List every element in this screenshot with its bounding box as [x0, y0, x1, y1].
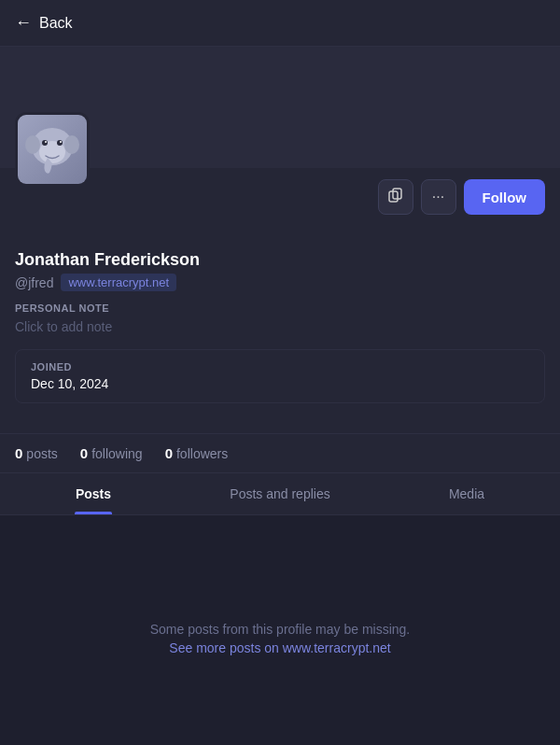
- more-options-icon: ···: [432, 189, 444, 205]
- top-nav: ← Back: [0, 0, 560, 47]
- personal-note-label: PERSONAL NOTE: [15, 302, 545, 314]
- joined-date: Dec 10, 2024: [31, 376, 529, 391]
- personal-note-input[interactable]: Click to add note: [15, 319, 545, 334]
- tab-posts-replies[interactable]: Posts and replies: [187, 473, 373, 514]
- following-label: following: [91, 446, 142, 461]
- copy-button[interactable]: [378, 179, 413, 215]
- see-more-link[interactable]: www.terracrypt.net: [283, 640, 391, 655]
- following-count: 0: [80, 445, 88, 461]
- website-link[interactable]: www.terracrypt.net: [61, 274, 176, 291]
- more-options-button[interactable]: ···: [421, 179, 456, 215]
- posts-label: posts: [26, 446, 57, 461]
- see-more-prefix: See more posts on: [169, 640, 282, 655]
- avatar-image: [18, 115, 87, 184]
- see-more-row: See more posts on www.terracrypt.net: [169, 640, 390, 655]
- tabs-container: Posts Posts and replies Media: [0, 473, 560, 515]
- joined-card: JOINED Dec 10, 2024: [15, 349, 545, 403]
- stats-row: 0 posts 0 following 0 followers: [0, 433, 560, 473]
- followers-count: 0: [165, 445, 173, 461]
- profile-section: ··· Follow Jonathan Frederickson @jfred …: [0, 168, 560, 433]
- username-row: @jfred www.terracrypt.net: [15, 274, 545, 291]
- display-name: Jonathan Frederickson: [15, 250, 545, 270]
- tab-media[interactable]: Media: [373, 473, 560, 514]
- following-stat[interactable]: 0 following: [80, 445, 143, 461]
- svg-point-4: [42, 140, 48, 146]
- svg-point-2: [64, 135, 79, 154]
- svg-point-6: [45, 141, 47, 143]
- followers-label: followers: [176, 446, 228, 461]
- svg-point-7: [60, 141, 62, 143]
- svg-point-5: [57, 140, 63, 146]
- content-area: Some posts from this profile may be miss…: [0, 515, 560, 683]
- profile-actions: ··· Follow: [15, 168, 545, 226]
- svg-point-1: [25, 135, 40, 154]
- missing-posts-notice: Some posts from this profile may be miss…: [150, 622, 411, 637]
- tab-posts[interactable]: Posts: [0, 473, 187, 514]
- avatar: [15, 112, 90, 187]
- copy-icon: [388, 188, 403, 206]
- joined-label: JOINED: [31, 361, 529, 372]
- back-button[interactable]: ← Back: [15, 13, 73, 33]
- followers-stat[interactable]: 0 followers: [165, 445, 229, 461]
- posts-stat: 0 posts: [15, 445, 58, 461]
- follow-button[interactable]: Follow: [464, 179, 546, 215]
- username: @jfred: [15, 275, 53, 290]
- posts-count: 0: [15, 445, 22, 461]
- profile-info: Jonathan Frederickson @jfred www.terracr…: [15, 250, 545, 403]
- back-label: Back: [39, 15, 73, 32]
- back-arrow-icon: ←: [15, 13, 32, 33]
